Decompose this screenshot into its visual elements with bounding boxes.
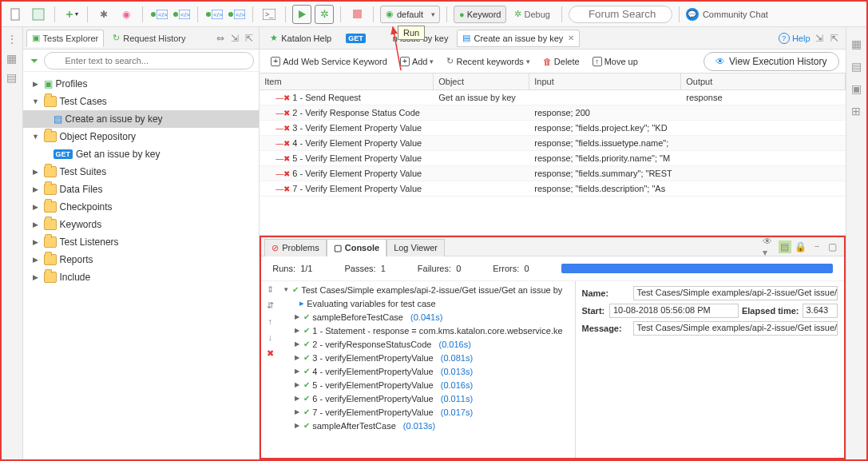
- btab-log-viewer[interactable]: Log Viewer: [386, 239, 445, 256]
- terminal-icon[interactable]: >_: [260, 5, 279, 24]
- run-button[interactable]: [292, 5, 311, 24]
- rail-icon-2[interactable]: ▦: [5, 51, 19, 66]
- code-icon-1[interactable]: </>: [149, 5, 168, 24]
- etab-katalon-help[interactable]: ★Katalon Help: [264, 30, 337, 47]
- eye-icon[interactable]: 👁▾: [763, 240, 775, 253]
- record-icon[interactable]: ◉: [117, 5, 136, 24]
- prev-icon[interactable]: ↑: [264, 316, 275, 328]
- code-icon-4[interactable]: </>: [227, 5, 246, 24]
- tab-tests-explorer[interactable]: ▣Tests Explorer: [26, 30, 105, 47]
- result-s2[interactable]: 2 - verifyResponseStatusCode: [312, 340, 431, 349]
- table-row[interactable]: —✖ 4 - Verify Element Property Valueresp…: [260, 136, 845, 151]
- table-row[interactable]: —✖ 2 - Verify Response Status Coderespon…: [260, 105, 845, 121]
- tree-create-issue[interactable]: ▤Create an issue by key: [23, 110, 260, 128]
- help-button[interactable]: ?Help: [779, 33, 811, 44]
- result-s3[interactable]: 3 - verifyElementPropertyValue: [312, 353, 433, 363]
- expand-icon[interactable]: ⇱: [243, 32, 256, 45]
- fail-icon[interactable]: ✖: [264, 348, 275, 360]
- community-chat-button[interactable]: 💬Community Chat: [686, 8, 768, 21]
- etab-create-issue[interactable]: ▤Create an issue by key✕: [457, 30, 580, 47]
- tree-get-issue[interactable]: GETGet an issue by key: [23, 145, 260, 163]
- svg-text:</>: </>: [213, 11, 223, 18]
- debug-run-button[interactable]: ✲: [315, 5, 334, 24]
- keyword-button[interactable]: ●Keyword: [454, 6, 506, 23]
- explorer-search-input[interactable]: [44, 52, 255, 70]
- view-execution-history-button[interactable]: 👁View Execution History: [704, 52, 839, 71]
- tree-include[interactable]: ▶Include: [23, 268, 260, 286]
- rrail-icon-2[interactable]: ▤: [849, 59, 863, 74]
- btab-console[interactable]: ▢Console: [327, 239, 386, 256]
- tree-test-listeners[interactable]: ▶Test Listeners: [23, 233, 260, 251]
- profile-select[interactable]: ◉default: [380, 6, 440, 23]
- close-icon[interactable]: ✕: [568, 34, 574, 42]
- detail-name-label: Name:: [582, 288, 630, 298]
- max-icon[interactable]: ⇱: [828, 32, 841, 45]
- table-row[interactable]: —✖ 7 - Verify Element Property Valueresp…: [260, 181, 845, 197]
- minimize-icon[interactable]: －: [811, 240, 823, 253]
- detail-msg-value: Test Cases/Simple examples/api-2-issue/G…: [633, 321, 838, 336]
- add-ws-keyword-button[interactable]: +Add Web Service Keyword: [266, 53, 392, 70]
- result-root[interactable]: Test Cases/Simple examples/api-2-issue/G…: [301, 285, 562, 295]
- forum-search-input[interactable]: [569, 6, 672, 23]
- result-s4[interactable]: 4 - verifyElementPropertyValue: [312, 367, 433, 376]
- result-s6[interactable]: 6 - verifyElementPropertyValue: [312, 394, 433, 403]
- save-icon[interactable]: [29, 5, 48, 24]
- btab-problems[interactable]: ⊘Problems: [264, 239, 326, 256]
- detail-elapsed-value: 3.643: [803, 304, 838, 318]
- tree-keywords[interactable]: ▶Keywords: [23, 216, 260, 233]
- svg-rect-13: [353, 10, 362, 18]
- tab-request-history[interactable]: ↻Request History: [107, 30, 191, 47]
- spy-icon[interactable]: ✱: [94, 5, 113, 24]
- tree-test-cases[interactable]: ▼Test Cases: [23, 93, 260, 110]
- delete-button[interactable]: 🗑Delete: [538, 53, 585, 70]
- recent-keywords-dropdown[interactable]: ↻Recent keywords: [442, 53, 534, 70]
- rrail-icon-3[interactable]: ▣: [849, 81, 863, 96]
- tree-mode-icon[interactable]: ▤: [779, 240, 791, 253]
- result-eval[interactable]: Evaluating variables for test case: [307, 299, 435, 308]
- table-row[interactable]: —✖ 3 - Verify Element Property Valueresp…: [260, 121, 845, 136]
- result-s5[interactable]: 5 - verifyElementPropertyValue: [312, 380, 433, 390]
- tree-test-suites[interactable]: ▶Test Suites: [23, 163, 260, 181]
- add-dropdown[interactable]: +Add: [395, 53, 439, 70]
- collapse-icon[interactable]: ⇲: [228, 32, 241, 45]
- link-icon[interactable]: ⇔: [214, 32, 227, 45]
- moveup-button[interactable]: ↑Move up: [588, 53, 643, 70]
- code-icon-3[interactable]: </>: [204, 5, 224, 24]
- tree-reports[interactable]: ▶Reports: [23, 251, 260, 268]
- rail-icon-3[interactable]: ▤: [5, 70, 19, 85]
- result-s1[interactable]: 1 - Statement - response = com.kms.katal…: [312, 326, 562, 336]
- debug-button[interactable]: ✲Debug: [509, 6, 554, 23]
- progress-bar: [561, 264, 833, 273]
- lock-icon[interactable]: 🔒: [795, 240, 807, 253]
- table-row[interactable]: —✖ 6 - Verify Element Property Valueresp…: [260, 166, 845, 181]
- tree-profiles[interactable]: ▶▣Profiles: [23, 75, 260, 93]
- tree-obj-repo[interactable]: ▼Object Repository: [23, 128, 260, 145]
- new-icon[interactable]: [6, 5, 26, 24]
- min-icon[interactable]: ⇲: [813, 32, 826, 45]
- result-after[interactable]: sampleAfterTestCase: [312, 421, 396, 431]
- result-before[interactable]: sampleBeforeTestCase: [312, 312, 403, 322]
- table-row[interactable]: —✖ 1 - Send RequestGet an issue by keyre…: [260, 90, 845, 105]
- collapse-all-icon[interactable]: ⇵: [264, 300, 275, 312]
- svg-text:</>: </>: [180, 11, 190, 18]
- stop-button[interactable]: [347, 5, 367, 24]
- result-s7[interactable]: 7 - verifyElementPropertyValue: [312, 407, 433, 417]
- table-row[interactable]: —✖ 5 - Verify Element Property Valueresp…: [260, 151, 845, 166]
- add-dropdown-icon[interactable]: ＋▾: [61, 5, 81, 24]
- code-icon-2[interactable]: </>: [172, 5, 191, 24]
- rrail-icon-1[interactable]: ▦: [849, 37, 863, 51]
- stats-row: Runs: 1/1 Passes: 1 Failures: 0 Errors: …: [261, 256, 843, 280]
- editor-controls: +Add Web Service Keyword +Add ↻Recent ke…: [260, 50, 845, 74]
- svg-text:</>: </>: [158, 11, 168, 18]
- tree-data-files[interactable]: ▶Data Files: [23, 181, 260, 198]
- rrail-icon-4[interactable]: ⊞: [849, 104, 863, 118]
- col-output: Output: [681, 74, 845, 89]
- restore-icon[interactable]: ▢: [826, 240, 839, 253]
- filter-icon[interactable]: ⏷: [28, 54, 41, 67]
- rail-icon-1[interactable]: ⋮: [5, 32, 19, 46]
- tree-checkpoints[interactable]: ▶Checkpoints: [23, 198, 260, 216]
- tests-explorer-pane: ▣Tests Explorer ↻Request History ⇔ ⇲ ⇱ ⏷…: [23, 27, 260, 459]
- col-item: Item: [260, 74, 434, 89]
- next-icon[interactable]: ↓: [264, 332, 275, 344]
- expand-all-icon[interactable]: ⇕: [264, 284, 275, 296]
